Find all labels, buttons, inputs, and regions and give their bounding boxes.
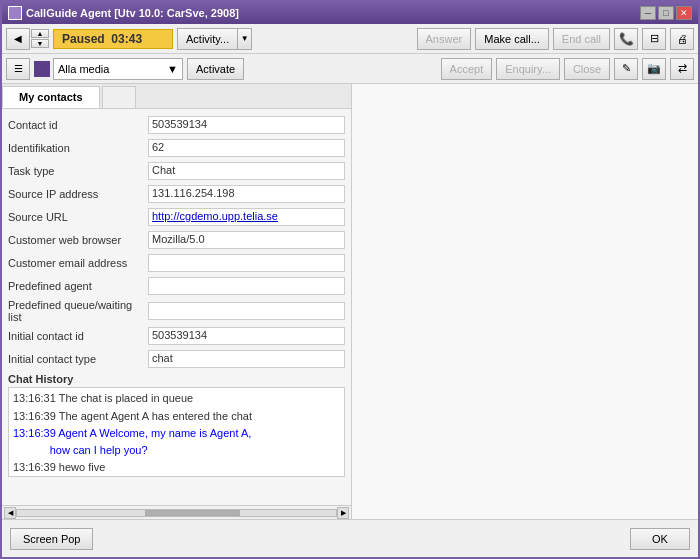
media-dropdown[interactable]: Alla media ▼: [53, 58, 183, 80]
form-row-source-ip: Source IP address 131.116.254.198: [8, 184, 345, 204]
toolbar-row2: ☰ Alla media ▼ Activate Accept Enquiry..…: [2, 54, 698, 84]
answer-button[interactable]: Answer: [417, 28, 472, 50]
nav-icons: ◀ ▲ ▼: [6, 28, 49, 50]
source-url-value[interactable]: http://cgdemo.upp.telia.se: [148, 208, 345, 226]
activity-dropdown-arrow[interactable]: ▼: [238, 28, 252, 50]
form-row-initial-contact-id: Initial contact id 503539134: [8, 326, 345, 346]
transfer-icon[interactable]: ⇄: [670, 58, 694, 80]
ok-button[interactable]: OK: [630, 528, 690, 550]
form-row-initial-contact-type: Initial contact type chat: [8, 349, 345, 369]
media-icon: [34, 61, 50, 77]
h-scrollbar: ◀ ▶: [2, 505, 351, 519]
restore-button[interactable]: □: [658, 6, 674, 20]
minimize-button[interactable]: ─: [640, 6, 656, 20]
right-panel: [352, 84, 698, 519]
form-row-predefined-agent: Predefined agent: [8, 276, 345, 296]
left-panel: My contacts Contact id 503539134 Identif…: [2, 84, 352, 519]
edit-icon[interactable]: ✎: [614, 58, 638, 80]
form-row-web-browser: Customer web browser Mozilla/5.0: [8, 230, 345, 250]
chat-history-label: Chat History: [8, 373, 345, 385]
chat-line-1: 13:16:31 The chat is placed in queue: [13, 390, 340, 407]
nav-back-icon[interactable]: ◀: [6, 28, 30, 50]
h-scroll-thumb[interactable]: [145, 510, 241, 516]
chat-line-4: 13:16:39 hewo five: [13, 459, 340, 476]
activity-button[interactable]: Activity...: [177, 28, 238, 50]
sidebar-toggle-icon[interactable]: ☰: [6, 58, 30, 80]
activate-button[interactable]: Activate: [187, 58, 244, 80]
window-title: CallGuide Agent [Utv 10.0: CarSve, 2908]: [26, 7, 239, 19]
main-window: CallGuide Agent [Utv 10.0: CarSve, 2908]…: [0, 0, 700, 559]
source-ip-value: 131.116.254.198: [148, 185, 345, 203]
form-row-contact-id: Contact id 503539134: [8, 115, 345, 135]
web-browser-value: Mozilla/5.0: [148, 231, 345, 249]
chat-line-2: 13:16:39 The agent Agent A has entered t…: [13, 408, 340, 425]
make-call-button[interactable]: Make call...: [475, 28, 549, 50]
app-icon: [8, 6, 22, 20]
end-call-button[interactable]: End call: [553, 28, 610, 50]
task-type-value: Chat: [148, 162, 345, 180]
h-scroll-left-arrow[interactable]: ◀: [4, 507, 16, 519]
screen-pop-button[interactable]: Screen Pop: [10, 528, 93, 550]
accept-button[interactable]: Accept: [441, 58, 493, 80]
contact-id-value: 503539134: [148, 116, 345, 134]
toolbar-row1: ◀ ▲ ▼ Paused 03:43 Activity... ▼ Answer …: [2, 24, 698, 54]
identifikation-value: 62: [148, 139, 345, 157]
camera-icon[interactable]: 📷: [642, 58, 666, 80]
paused-status: Paused 03:43: [53, 29, 173, 49]
predefined-queue-value: [148, 302, 345, 320]
initial-contact-type-value: chat: [148, 350, 345, 368]
form-row-identifikation: Identifikation 62: [8, 138, 345, 158]
voicemail-icon[interactable]: ⊟: [642, 28, 666, 50]
title-bar: CallGuide Agent [Utv 10.0: CarSve, 2908]…: [2, 2, 698, 24]
tab-my-contacts[interactable]: My contacts: [2, 86, 100, 108]
form-row-task-type: Task type Chat: [8, 161, 345, 181]
activity-btn-group: Activity... ▼: [177, 28, 252, 50]
email-value: [148, 254, 345, 272]
initial-contact-id-value: 503539134: [148, 327, 345, 345]
close-button[interactable]: ✕: [676, 6, 692, 20]
form-row-predefined-queue: Predefined queue/waiting list: [8, 299, 345, 323]
nav-small-icons: ▲ ▼: [31, 29, 49, 48]
chat-history-box: 13:16:31 The chat is placed in queue 13:…: [8, 387, 345, 477]
window-controls: ─ □ ✕: [640, 6, 692, 20]
form-scroll: Contact id 503539134 Identifikation 62 T…: [2, 109, 351, 505]
close-task-button[interactable]: Close: [564, 58, 610, 80]
title-bar-left: CallGuide Agent [Utv 10.0: CarSve, 2908]: [8, 6, 239, 20]
media-select-group: Alla media ▼: [34, 58, 183, 80]
bottom-bar: Screen Pop OK: [2, 519, 698, 557]
tab-empty[interactable]: [102, 86, 136, 108]
form-row-source-url: Source URL http://cgdemo.upp.telia.se: [8, 207, 345, 227]
h-scroll-track[interactable]: [16, 509, 337, 517]
fax-icon[interactable]: 🖨: [670, 28, 694, 50]
nav-down-icon[interactable]: ▼: [31, 39, 49, 48]
form-row-email: Customer email address: [8, 253, 345, 273]
tabs-row: My contacts: [2, 84, 351, 109]
phone-icon[interactable]: 📞: [614, 28, 638, 50]
form-inner: Contact id 503539134 Identifikation 62 T…: [2, 109, 351, 505]
predefined-agent-value: [148, 277, 345, 295]
h-scroll-right-arrow[interactable]: ▶: [337, 507, 349, 519]
chat-line-3: 13:16:39 Agent A Welcome, my name is Age…: [13, 425, 340, 458]
nav-up-icon[interactable]: ▲: [31, 29, 49, 38]
content-area: My contacts Contact id 503539134 Identif…: [2, 84, 698, 519]
enquiry-button[interactable]: Enquiry...: [496, 58, 560, 80]
